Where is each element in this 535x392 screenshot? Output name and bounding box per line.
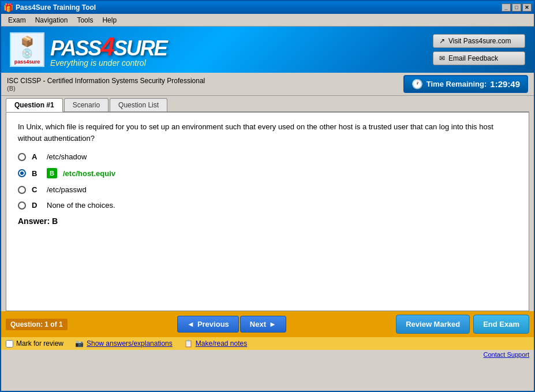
timer-label: Time Remaining: xyxy=(426,80,487,88)
option-b[interactable]: B B /etc/host.equiv xyxy=(18,168,517,178)
exam-info-bar: ISC CISSP - Certified Information System… xyxy=(1,73,534,96)
option-d-label: D xyxy=(32,201,41,210)
option-a-label: A xyxy=(32,152,41,161)
prev-label: Previous xyxy=(197,320,229,328)
end-exam-button[interactable]: End Exam xyxy=(473,315,529,334)
header-banner: 📦 💿 pass4sure PASS4SURE Everything is un… xyxy=(1,27,534,73)
email-label: Email Feedback xyxy=(448,54,498,62)
menu-navigation[interactable]: Navigation xyxy=(31,15,73,25)
option-c-text: /etc/passwd xyxy=(47,185,87,194)
close-button[interactable]: ✕ xyxy=(522,3,532,12)
make-notes-link[interactable]: Make/read notes xyxy=(196,339,247,348)
tab-scenario[interactable]: Scenario xyxy=(64,98,109,111)
contact-bar: Contact Support xyxy=(1,350,534,359)
radio-a[interactable] xyxy=(18,153,26,161)
menu-tools[interactable]: Tools xyxy=(72,15,98,25)
question-area: In Unix, which file is required for you … xyxy=(6,112,529,311)
visit-label: Visit Pass4sure.com xyxy=(448,37,511,45)
exam-title: ISC CISSP - Certified Information System… xyxy=(7,77,205,85)
make-notes-option[interactable]: 📋 Make/read notes xyxy=(184,339,247,348)
app-title: Pass4Sure Training Tool xyxy=(16,3,96,12)
option-c-label: C xyxy=(32,185,41,194)
menu-exam[interactable]: Exam xyxy=(3,15,31,25)
tab-question[interactable]: Question #1 xyxy=(6,98,63,112)
camera-icon: 📷 xyxy=(75,339,84,348)
nav-buttons: ◄ Previous Next ► xyxy=(177,316,286,333)
review-marked-button[interactable]: Review Marked xyxy=(396,315,470,334)
question-text: In Unix, which file is required for you … xyxy=(18,121,517,144)
option-d[interactable]: D None of the choices. xyxy=(18,201,517,210)
action-buttons: Review Marked End Exam xyxy=(396,315,529,334)
tab-question-list[interactable]: Question List xyxy=(110,98,167,111)
tabs-bar: Question #1 Scenario Question List xyxy=(1,96,534,111)
email-button[interactable]: ✉ Email Feedback xyxy=(433,51,525,65)
option-d-text: None of the choices. xyxy=(47,201,115,210)
app-icon: 🎁 xyxy=(3,3,13,12)
correct-box: B xyxy=(47,168,57,178)
option-a-text: /etc/shadow xyxy=(47,152,87,161)
timer-value: 1:29:49 xyxy=(490,79,520,89)
next-arrow-icon: ► xyxy=(269,320,276,328)
visit-button[interactable]: ↗ Visit Pass4sure.com xyxy=(433,34,525,48)
previous-button[interactable]: ◄ Previous xyxy=(177,316,239,333)
next-button[interactable]: Next ► xyxy=(240,316,286,333)
answer-label: Answer: B xyxy=(18,216,517,226)
logo-pass: PASS xyxy=(50,36,100,60)
option-c[interactable]: C /etc/passwd xyxy=(18,185,517,194)
contact-support-link[interactable]: Contact Support xyxy=(484,351,530,358)
radio-c[interactable] xyxy=(18,186,26,194)
logo-text: PASS4SURE Everything is under control xyxy=(50,32,167,68)
minimize-button[interactable]: _ xyxy=(502,3,511,12)
timer-icon: 🕐 xyxy=(411,79,423,89)
show-answers-option[interactable]: 📷 Show answers/explanations xyxy=(75,339,173,348)
title-bar: 🎁 Pass4Sure Training Tool _ □ ✕ xyxy=(1,1,534,14)
logo-box: 📦 💿 pass4sure xyxy=(10,32,44,67)
mark-review-checkbox[interactable] xyxy=(6,340,13,348)
prev-arrow-icon: ◄ xyxy=(187,320,194,328)
logo-four: 4 xyxy=(100,32,113,61)
maximize-button[interactable]: □ xyxy=(512,3,521,12)
option-b-text: /etc/host.equiv xyxy=(63,169,115,178)
menu-help[interactable]: Help xyxy=(98,15,121,25)
show-answers-link[interactable]: Show answers/explanations xyxy=(87,339,173,348)
next-label: Next xyxy=(250,320,266,328)
menu-bar: Exam Navigation Tools Help xyxy=(1,14,534,27)
timer-box: 🕐 Time Remaining: 1:29:49 xyxy=(403,75,528,93)
visit-icon: ↗ xyxy=(439,37,445,45)
mark-review-label: Mark for review xyxy=(16,339,63,348)
bottom-bar: Question: 1 of 1 ◄ Previous Next ► Revie… xyxy=(1,311,534,337)
logo-sure: SURE xyxy=(114,36,167,60)
header-right: ↗ Visit Pass4sure.com ✉ Email Feedback xyxy=(433,34,525,65)
option-b-label: B xyxy=(32,169,41,178)
question-counter: Question: 1 of 1 xyxy=(6,319,68,330)
mark-review-option[interactable]: Mark for review xyxy=(6,339,63,348)
footer-options: Mark for review 📷 Show answers/explanati… xyxy=(1,337,534,350)
radio-b[interactable] xyxy=(18,169,26,177)
option-a[interactable]: A /etc/shadow xyxy=(18,152,517,161)
exam-subtitle: (B) xyxy=(7,85,205,92)
radio-d[interactable] xyxy=(18,201,26,210)
notes-icon: 📋 xyxy=(184,339,193,348)
email-icon: ✉ xyxy=(439,54,445,62)
